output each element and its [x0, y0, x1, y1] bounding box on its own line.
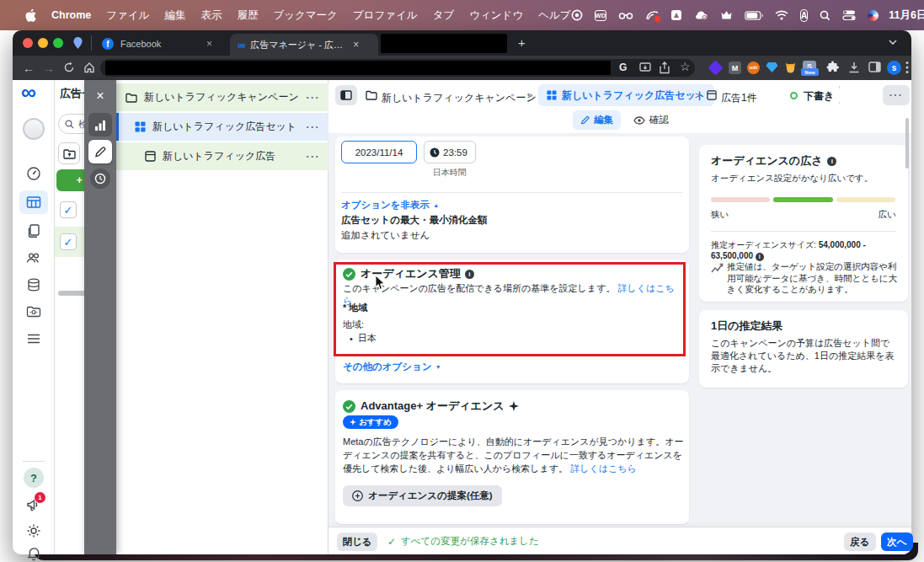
billing-icon[interactable]	[26, 277, 41, 292]
back-icon[interactable]: ←	[23, 62, 35, 75]
menubar-item-help[interactable]: ヘルプ	[538, 8, 570, 23]
toolbar-close-button[interactable]: ×	[90, 86, 110, 106]
apple-menu-icon[interactable]	[25, 9, 36, 22]
hide-options-link[interactable]: オプションを非表示 ▲	[341, 199, 439, 211]
breadcrumb-adset-pill[interactable]: 新しいトラフィック広告セット	[538, 84, 714, 106]
breadcrumb-campaign[interactable]: 新しいトラフィックキャンペーン	[382, 91, 537, 105]
zoom-window-button[interactable]	[53, 38, 63, 48]
breadcrumb-ad[interactable]: 広告1件	[721, 91, 757, 105]
cloud-sync-icon[interactable]	[694, 10, 708, 20]
menubar-item-window[interactable]: ウィンドウ	[469, 8, 523, 23]
folder-view-button[interactable]	[58, 142, 80, 164]
end-time-input[interactable]: 23:59	[424, 141, 476, 163]
settings-gear-icon[interactable]	[26, 523, 41, 538]
omnibox[interactable]: G ☆	[100, 59, 695, 77]
menubar-item-bookmarks[interactable]: ブックマーク	[273, 8, 337, 23]
pages-icon[interactable]	[26, 223, 41, 238]
sidecar-icon[interactable]	[618, 10, 633, 20]
tab-close-icon[interactable]: ×	[353, 39, 359, 51]
collapse-panel-button[interactable]	[335, 85, 357, 105]
ads-reporting-icon[interactable]	[26, 166, 41, 181]
ext-fox-icon[interactable]	[784, 62, 797, 74]
spotlight-icon[interactable]	[820, 10, 831, 21]
input-source-icon[interactable]: A	[800, 9, 808, 22]
screen-mirroring-icon[interactable]	[645, 10, 659, 21]
reload-icon[interactable]	[63, 62, 75, 73]
ext-gem-icon[interactable]	[766, 62, 778, 73]
menubar-item-history[interactable]: 履歴	[237, 8, 258, 23]
more-options-link[interactable]: その他のオプション ▼	[343, 361, 441, 373]
menubar-clock[interactable]: 11月6日(月) 16:03	[889, 8, 924, 23]
tab-edit[interactable]: 編集	[573, 110, 621, 130]
ext-m-icon[interactable]: M	[729, 62, 741, 74]
info-icon[interactable]: i	[756, 253, 764, 261]
learn-more-link[interactable]: 詳しくはこちら	[570, 463, 637, 474]
notifications-bell-icon[interactable]	[26, 547, 41, 562]
all-tools-icon[interactable]	[26, 331, 41, 346]
row-more-icon[interactable]: ···	[307, 92, 321, 104]
campaigns-table-icon[interactable]	[26, 195, 41, 210]
toolbar-pencil-button[interactable]	[88, 140, 112, 163]
menubar-item-file[interactable]: ファイル	[106, 8, 149, 23]
toolbar-chart-button[interactable]	[88, 113, 112, 136]
forward-icon[interactable]: →	[43, 62, 55, 75]
audience-suggestion-button[interactable]: オーディエンスの提案(任意)	[343, 485, 502, 506]
setapp-crown-icon[interactable]	[720, 10, 733, 20]
browser-menu-icon[interactable]	[905, 61, 909, 74]
row-checkbox[interactable]: ✓	[60, 201, 77, 218]
extensions-puzzle-icon[interactable]	[826, 61, 839, 73]
tab-facebook[interactable]: f Facebook ×	[95, 34, 228, 54]
pinned-extension-icon[interactable]	[73, 37, 83, 49]
row-more-icon[interactable]: ···	[307, 121, 321, 133]
tree-row-campaign[interactable]: 新しいトラフィックキャンペーン ···	[116, 83, 328, 111]
toolbar-history-button[interactable]	[90, 169, 110, 189]
install-app-icon[interactable]	[639, 62, 651, 73]
menubar-item-profiles[interactable]: プロファイル	[353, 8, 418, 23]
tab-ads-manager-active[interactable]: ∞ 広告マネージャ - 広告を管理 - 広 ×	[230, 34, 378, 56]
tree-row-ad[interactable]: 新しいトラフィック広告 ···	[116, 142, 328, 170]
close-editor-button[interactable]: 閉じる	[337, 533, 377, 551]
header-more-button[interactable]: ···	[883, 85, 910, 105]
back-button[interactable]: 戻る	[844, 533, 876, 551]
wd-drive-icon[interactable]: WD	[595, 10, 607, 21]
wifi-icon[interactable]	[775, 10, 788, 20]
side-panel-icon[interactable]	[868, 62, 881, 72]
tab-close-icon[interactable]: ×	[206, 38, 212, 50]
help-button[interactable]: ?	[24, 468, 44, 488]
deploy-icon[interactable]	[670, 9, 682, 21]
end-date-input[interactable]: 2023/11/14	[341, 141, 417, 163]
daily-results-card: 1日の推定結果 このキャンペーンの予算は広告セット間で最適化されているため、1日…	[699, 310, 908, 388]
control-center-icon[interactable]	[842, 9, 856, 21]
menubar-item-edit[interactable]: 編集	[164, 8, 185, 23]
events-manager-icon[interactable]	[26, 304, 41, 319]
battery-icon[interactable]	[745, 11, 763, 20]
scrollbar-thumb[interactable]	[905, 118, 909, 169]
ext-redir-icon[interactable]: redir	[747, 62, 760, 74]
account-avatar[interactable]	[23, 118, 45, 140]
meta-logo[interactable]: ∞	[21, 82, 36, 103]
tab-search-chevron-icon[interactable]	[889, 40, 897, 45]
profile-avatar[interactable]: s	[887, 61, 901, 75]
audience-breadth-card: オーディエンスの広さ i オーディエンス設定がかなり広いです。 狭い 広い 推定…	[699, 145, 908, 302]
tab-review[interactable]: 確認	[628, 110, 674, 130]
home-icon[interactable]	[83, 62, 95, 73]
screen-record-icon[interactable]	[571, 9, 583, 21]
minimize-window-button[interactable]	[38, 38, 48, 48]
menubar-item-tab[interactable]: タブ	[433, 8, 455, 23]
audiences-icon[interactable]	[26, 250, 41, 265]
menubar-item-view[interactable]: 表示	[200, 8, 222, 23]
share-icon[interactable]	[660, 62, 670, 74]
new-tab-button[interactable]: +	[518, 35, 526, 50]
row-more-icon[interactable]: ···	[307, 151, 321, 163]
row-checkbox[interactable]: ✓	[60, 233, 77, 250]
menubar-app-name[interactable]: Chrome	[51, 9, 91, 21]
info-icon[interactable]: i	[827, 157, 836, 166]
close-window-button[interactable]	[23, 38, 33, 48]
bookmark-star-icon[interactable]: ☆	[680, 60, 691, 73]
media-sphere-icon[interactable]	[868, 10, 879, 21]
downloads-icon[interactable]	[848, 62, 860, 73]
next-button[interactable]: 次へ	[881, 533, 913, 551]
ext-purple-icon[interactable]	[708, 60, 723, 75]
google-icon[interactable]: G	[619, 62, 627, 73]
tree-row-adset-selected[interactable]: 新しいトラフィック広告セット ···	[116, 113, 328, 141]
